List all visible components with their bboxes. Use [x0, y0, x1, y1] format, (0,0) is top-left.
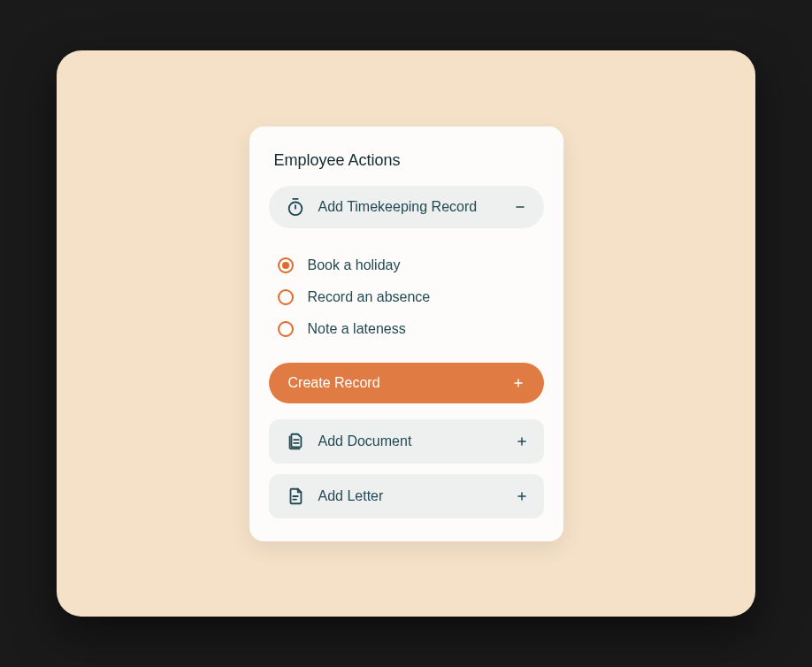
plus-icon: [512, 377, 525, 389]
documents-icon: [285, 431, 306, 452]
stopwatch-icon: [285, 196, 306, 218]
radio-icon: [278, 289, 294, 305]
timekeeping-label: Add Timekeeping Record: [318, 199, 512, 215]
add-document-button[interactable]: Add Document: [269, 419, 544, 464]
plus-icon: [516, 490, 528, 502]
card-title: Employee Actions: [274, 151, 544, 170]
plus-icon: [516, 435, 528, 448]
add-letter-label: Add Letter: [318, 488, 516, 504]
timekeeping-options: Book a holiday Record an absence Note a …: [269, 241, 544, 359]
letter-icon: [285, 486, 306, 507]
option-label: Book a holiday: [308, 257, 401, 273]
option-note-lateness[interactable]: Note a lateness: [278, 313, 539, 345]
add-timekeeping-record-toggle[interactable]: Add Timekeeping Record: [269, 186, 544, 228]
radio-icon: [278, 321, 294, 337]
add-letter-button[interactable]: Add Letter: [269, 474, 544, 518]
add-document-label: Add Document: [318, 433, 516, 449]
cta-label: Create Record: [288, 375, 512, 391]
option-book-holiday[interactable]: Book a holiday: [278, 249, 539, 281]
minus-icon: [512, 199, 528, 215]
employee-actions-card: Employee Actions Add Timekeeping Record: [249, 126, 563, 541]
background-panel: Employee Actions Add Timekeeping Record: [57, 50, 755, 617]
option-label: Note a lateness: [308, 321, 406, 337]
radio-icon: [278, 257, 294, 273]
option-record-absence[interactable]: Record an absence: [278, 281, 539, 313]
option-label: Record an absence: [308, 289, 431, 305]
create-record-button[interactable]: Create Record: [269, 363, 544, 403]
